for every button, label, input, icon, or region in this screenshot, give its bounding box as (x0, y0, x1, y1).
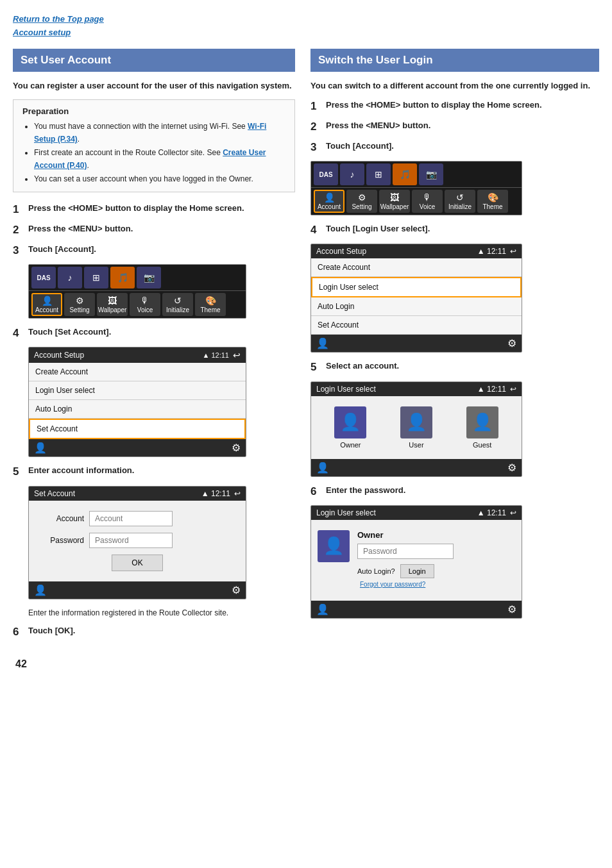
page-number: 42 (13, 658, 295, 670)
sa-back-btn[interactable]: ↩ (234, 489, 241, 498)
user-user-block[interactable]: 👤 User (400, 406, 432, 449)
initialize-label: Initialize (166, 306, 189, 313)
right-nav-btn-music[interactable]: ♪ (340, 163, 364, 185)
sa-footer: 👤 ⚙ (29, 581, 246, 599)
wifi-setup-link[interactable]: Wi-Fi Setup (P.34) (34, 122, 266, 144)
setting-label: Setting (69, 306, 89, 313)
prep-item-3: You can set a user account when you have… (34, 172, 285, 185)
right-nav-btn-account[interactable]: 👤 Account (314, 190, 344, 213)
sa-title: Set Account (34, 489, 75, 498)
right-nav-btn-camera[interactable]: 📷 (419, 163, 443, 185)
password-input[interactable] (89, 533, 173, 548)
owner-label: Owner (340, 441, 361, 449)
right-nav-btn-setting[interactable]: ⚙ Setting (346, 190, 377, 213)
nav-btn-setting[interactable]: ⚙ Setting (64, 293, 95, 316)
right-step-num-5: 5 (310, 360, 322, 374)
pw-back[interactable]: ↩ (510, 508, 516, 517)
right-back-btn[interactable]: ↩ (510, 247, 516, 256)
pw-password-input[interactable] (357, 544, 454, 559)
left-step-5: 5 Enter account information. (13, 465, 295, 479)
right-footer-gear-icon: ⚙ (507, 337, 516, 349)
right-nav-btn-orange[interactable]: 🎵 (393, 163, 417, 185)
right-menu-screen-step4: Account Setup ▲ 12:11 ↩ Create Account L… (310, 244, 522, 353)
nav-btn-wallpaper[interactable]: 🖼 Wallpaper (97, 293, 128, 316)
step-num-4: 4 (13, 326, 24, 340)
right-nav-btn-voice[interactable]: 🎙 Voice (412, 190, 443, 213)
right-theme-label: Theme (482, 203, 502, 210)
nav-btn-das[interactable]: DAS (31, 267, 56, 288)
right-step-3: 3 Touch [Account]. (310, 140, 599, 154)
right-step-text-2: Press the <MENU> button. (326, 120, 430, 131)
menu-item-create-account[interactable]: Create Account (29, 363, 246, 381)
wallpaper-icon: 🖼 (108, 296, 117, 306)
create-account-link[interactable]: Create User Account (P.40) (34, 148, 266, 170)
nav-btn-grid[interactable]: ⊞ (84, 267, 108, 288)
user-owner-block[interactable]: 👤 Owner (334, 406, 366, 449)
right-nav-btn-initialize[interactable]: ↺ Initialize (445, 190, 475, 213)
right-nav-btn-theme[interactable]: 🎨 Theme (477, 190, 508, 213)
pw-login-button[interactable]: Login (400, 564, 434, 578)
voice-icon: 🎙 (140, 296, 149, 306)
left-nav-screen-step3: DAS ♪ ⊞ 🎵 📷 👤 Account ⚙ Setting 🖼 Wallpa… (28, 264, 246, 319)
return-top-link[interactable]: Return to the Top page (13, 13, 599, 26)
ok-button[interactable]: OK (112, 555, 162, 571)
account-label: Account (35, 306, 58, 313)
login-footer-gear-icon: ⚙ (507, 462, 516, 474)
pw-forgot-row: Forgot your password? (357, 581, 515, 588)
top-links: Return to the Top page Account setup (13, 13, 599, 40)
nav-btn-voice[interactable]: 🎙 Voice (130, 293, 160, 316)
prep-list: You must have a connection with the inte… (22, 120, 285, 185)
owner-avatar: 👤 (334, 406, 366, 438)
nav-btn-music[interactable]: ♪ (58, 267, 82, 288)
right-menu-set-account[interactable]: Set Account (311, 316, 522, 335)
pw-footer: 👤 ⚙ (311, 601, 522, 618)
nav-btn-account[interactable]: 👤 Account (31, 293, 62, 316)
pw-footer-user-icon: 👤 (316, 603, 329, 615)
step-num-2: 2 (13, 223, 24, 237)
guest-avatar: 👤 (466, 406, 498, 438)
footer-user-icon: 👤 (34, 442, 47, 454)
user-guest-block[interactable]: 👤 Guest (466, 406, 498, 449)
account-setup-link[interactable]: Account setup (13, 26, 599, 40)
step-text-5: Enter account information. (28, 465, 134, 476)
user-avatar: 👤 (400, 406, 432, 438)
nav-btn-theme[interactable]: 🎨 Theme (195, 293, 226, 316)
account-label: Account (39, 514, 84, 523)
account-input[interactable] (89, 511, 173, 526)
user-label: User (409, 441, 423, 449)
menu-item-auto-login[interactable]: Auto Login (29, 400, 246, 419)
right-step-text-1: Press the <HOME> button to display the H… (326, 99, 542, 111)
step-num-3: 3 (13, 244, 24, 258)
right-nav-btn-das[interactable]: DAS (314, 163, 338, 185)
step-text-4: Touch [Set Account]. (28, 326, 111, 338)
login-select-back[interactable]: ↩ (510, 385, 516, 394)
sa-wifi-icon: ▲ 12:11 (201, 489, 230, 498)
wifi-signal-icon: ▲ 12:11 (203, 351, 229, 359)
step-num-6: 6 (13, 625, 24, 639)
right-nav-btn-grid[interactable]: ⊞ (366, 163, 391, 185)
pw-fields: Owner Auto Login? Login Forgot your pass… (357, 530, 515, 590)
right-theme-icon: 🎨 (488, 192, 498, 203)
right-menu-login-user-select[interactable]: Login User select (311, 277, 522, 297)
forgot-password-link[interactable]: Forgot your password? (360, 581, 425, 588)
left-section-header: Set User Account (13, 49, 295, 72)
initialize-icon: ↺ (174, 296, 182, 306)
right-nav-btn-wallpaper[interactable]: 🖼 Wallpaper (379, 190, 410, 213)
right-step-4: 4 Touch [Login User select]. (310, 223, 599, 237)
guest-label: Guest (473, 441, 491, 449)
right-voice-icon: 🎙 (423, 192, 432, 203)
right-menu-create-account[interactable]: Create Account (311, 258, 522, 277)
right-step-num-1: 1 (310, 99, 322, 113)
back-button[interactable]: ↩ (233, 350, 241, 360)
menu-item-login-user-select[interactable]: Login User select (29, 381, 246, 400)
right-menu-auto-login[interactable]: Auto Login (311, 297, 522, 316)
pw-body: 👤 Owner Auto Login? Login Forgot your pa… (311, 520, 522, 601)
nav-btn-camera[interactable]: 📷 (137, 267, 161, 288)
menu-item-set-account[interactable]: Set Account (29, 419, 246, 439)
sa-header: Set Account ▲ 12:11 ↩ (29, 487, 246, 501)
pw-header: Login User select ▲ 12:11 ↩ (311, 506, 522, 520)
nav-btn-orange[interactable]: 🎵 (110, 267, 135, 288)
right-nav-top-row: DAS ♪ ⊞ 🎵 📷 (311, 162, 522, 187)
nav-btn-initialize[interactable]: ↺ Initialize (162, 293, 193, 316)
step-text-3: Touch [Account]. (28, 244, 96, 255)
